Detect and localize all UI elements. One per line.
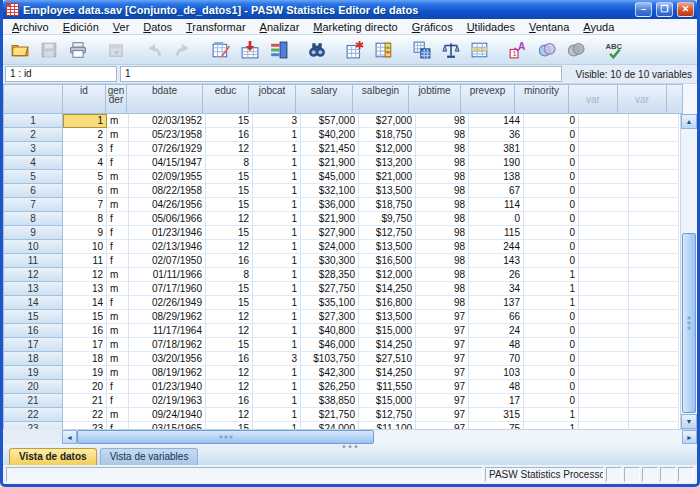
menu-datos[interactable]: Datos <box>136 20 179 34</box>
data-cell[interactable]: m <box>107 338 129 352</box>
data-cell[interactable]: $103,750 <box>301 352 359 366</box>
data-cell[interactable]: 12 <box>206 366 253 380</box>
data-cell[interactable]: 0 <box>524 240 579 254</box>
data-cell[interactable]: 0 <box>524 380 579 394</box>
data-cell[interactable]: 15 <box>206 184 253 198</box>
data-cell[interactable]: 03/15/1965 <box>129 422 206 429</box>
data-cell[interactable] <box>629 170 679 184</box>
data-cell[interactable]: $13,500 <box>359 240 416 254</box>
data-cell[interactable]: 98 <box>416 254 469 268</box>
data-cell[interactable]: 67 <box>469 184 524 198</box>
data-cell[interactable]: 98 <box>416 240 469 254</box>
data-cell[interactable]: 07/17/1960 <box>129 282 206 296</box>
goto-variable-icon[interactable] <box>237 38 262 62</box>
pane-splitter[interactable] <box>343 445 358 448</box>
minimize-button[interactable]: – <box>635 2 652 17</box>
select-cases-icon[interactable] <box>467 38 492 62</box>
data-cell[interactable] <box>629 352 679 366</box>
data-cell[interactable]: 0 <box>524 184 579 198</box>
data-cell[interactable]: $40,200 <box>301 128 359 142</box>
data-cell[interactable] <box>629 310 679 324</box>
row-header-16[interactable]: 16 <box>3 323 63 338</box>
data-cell[interactable] <box>629 282 679 296</box>
row-header-19[interactable]: 19 <box>3 365 63 380</box>
data-cell[interactable] <box>579 394 629 408</box>
insert-variable-icon[interactable] <box>371 38 396 62</box>
data-cell[interactable]: 02/13/1946 <box>129 240 206 254</box>
data-cell[interactable] <box>579 296 629 310</box>
data-cell[interactable] <box>579 254 629 268</box>
variables-icon[interactable] <box>266 38 291 62</box>
data-cell[interactable]: 1 <box>253 198 301 212</box>
scroll-left-icon[interactable]: ◄ <box>62 430 77 444</box>
data-cell[interactable] <box>579 268 629 282</box>
data-cell[interactable]: 138 <box>469 170 524 184</box>
data-cell[interactable]: 98 <box>416 282 469 296</box>
data-cell[interactable]: 1 <box>253 212 301 226</box>
data-cell[interactable]: 15 <box>206 198 253 212</box>
data-cell[interactable] <box>629 114 679 128</box>
data-cell[interactable]: $21,000 <box>359 170 416 184</box>
column-header-bdate[interactable]: bdate <box>126 84 203 114</box>
row-header-4[interactable]: 4 <box>3 155 63 170</box>
data-cell[interactable]: 0 <box>524 128 579 142</box>
data-cell[interactable] <box>579 338 629 352</box>
data-cell[interactable]: 15 <box>206 170 253 184</box>
data-cell[interactable]: $12,750 <box>359 408 416 422</box>
column-header-jobtime[interactable]: jobtime <box>408 84 461 114</box>
data-cell[interactable]: 1 <box>253 268 301 282</box>
data-cell[interactable] <box>579 170 629 184</box>
data-cell[interactable]: 98 <box>416 114 469 128</box>
data-cell[interactable]: $11,100 <box>359 422 416 429</box>
data-cell[interactable]: 17 <box>469 394 524 408</box>
data-cell[interactable]: f <box>107 240 129 254</box>
data-cell[interactable]: $21,450 <box>301 142 359 156</box>
row-header-8[interactable]: 8 <box>3 211 63 226</box>
data-cell[interactable]: $57,000 <box>301 114 359 128</box>
data-cell[interactable]: $18,750 <box>359 198 416 212</box>
data-cell[interactable] <box>579 422 629 429</box>
data-cell[interactable]: 13 <box>63 282 107 296</box>
data-cell[interactable]: 0 <box>524 198 579 212</box>
data-cell[interactable]: m <box>107 170 129 184</box>
row-header-17[interactable]: 17 <box>3 337 63 352</box>
data-cell[interactable]: 244 <box>469 240 524 254</box>
data-cell[interactable] <box>579 128 629 142</box>
data-cell[interactable]: 0 <box>524 324 579 338</box>
data-cell[interactable]: 98 <box>416 128 469 142</box>
data-cell[interactable]: 23 <box>63 422 107 429</box>
data-cell[interactable]: 16 <box>206 254 253 268</box>
data-cell[interactable]: 15 <box>206 422 253 429</box>
data-cell[interactable]: 75 <box>469 422 524 429</box>
value-labels-icon[interactable]: 1A <box>505 38 530 62</box>
data-cell[interactable]: 1 <box>63 114 107 128</box>
data-cell[interactable] <box>629 212 679 226</box>
column-header-id[interactable]: id <box>62 84 106 114</box>
row-header-22[interactable]: 22 <box>3 407 63 422</box>
print-icon[interactable] <box>65 38 90 62</box>
data-cell[interactable]: 16 <box>206 352 253 366</box>
data-cell[interactable]: 1 <box>253 226 301 240</box>
data-cell[interactable]: 26 <box>469 268 524 282</box>
column-header-salbegin[interactable]: salbegin <box>352 84 409 114</box>
data-cell[interactable]: $15,000 <box>359 324 416 338</box>
data-cell[interactable]: $16,800 <box>359 296 416 310</box>
data-cell[interactable] <box>579 226 629 240</box>
data-cell[interactable]: 1 <box>524 296 579 310</box>
data-cell[interactable]: 1 <box>253 324 301 338</box>
data-cell[interactable]: 3 <box>253 352 301 366</box>
data-cell[interactable] <box>579 114 629 128</box>
data-cell[interactable]: 12 <box>206 310 253 324</box>
data-cell[interactable]: $13,500 <box>359 184 416 198</box>
horizontal-scroll-thumb[interactable] <box>77 430 374 444</box>
column-header-jobcat[interactable]: jobcat <box>248 84 296 114</box>
data-cell[interactable]: 7 <box>63 198 107 212</box>
data-cell[interactable] <box>629 380 679 394</box>
data-cell[interactable]: 09/24/1940 <box>129 408 206 422</box>
data-cell[interactable]: m <box>107 310 129 324</box>
data-cell[interactable]: m <box>107 366 129 380</box>
data-cell[interactable]: $27,510 <box>359 352 416 366</box>
data-cell[interactable]: 66 <box>469 310 524 324</box>
row-header-10[interactable]: 10 <box>3 239 63 254</box>
data-cell[interactable] <box>579 240 629 254</box>
